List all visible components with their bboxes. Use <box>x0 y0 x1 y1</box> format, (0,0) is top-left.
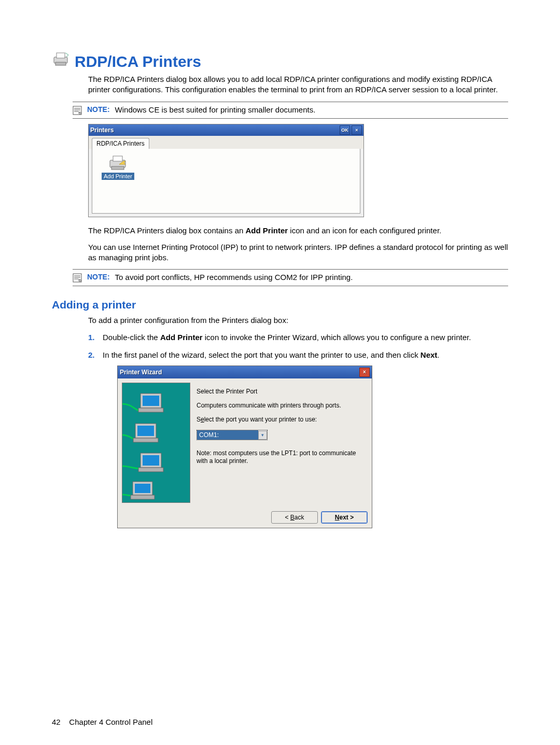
section-heading: RDP/ICA Printers <box>52 52 508 71</box>
ok-button[interactable]: OK <box>340 125 350 135</box>
svg-rect-3 <box>73 106 81 115</box>
printers-dialog: Printers OK × RDP/ICA Printers Add Pr <box>88 124 364 217</box>
svg-rect-15 <box>137 426 154 436</box>
wizard-heading: Select the Printer Port <box>197 388 363 396</box>
subheading-intro: To add a printer configuration from the … <box>88 315 508 326</box>
close-button[interactable]: × <box>352 125 362 135</box>
svg-rect-16 <box>133 438 158 442</box>
printer-wizard-icon <box>108 155 129 172</box>
port-select-value: COM1: <box>197 430 258 440</box>
chapter-label: Chapter 4 Control Panel <box>69 718 152 726</box>
subheading-adding-a-printer: Adding a printer <box>52 299 508 311</box>
printers-dialog-title: Printers <box>90 126 114 134</box>
back-button[interactable]: < Back <box>271 511 318 524</box>
printer-icon <box>52 52 71 71</box>
chevron-down-icon[interactable]: ▾ <box>258 431 267 440</box>
port-select[interactable]: COM1: ▾ <box>197 430 268 440</box>
wizard-sidebar-image <box>122 383 190 503</box>
add-printer-item[interactable]: Add Printer <box>102 155 134 180</box>
svg-rect-7 <box>111 166 124 170</box>
note-text: To avoid port conflicts, HP recommends u… <box>115 273 353 282</box>
close-button[interactable]: × <box>359 368 370 377</box>
svg-rect-8 <box>73 274 81 282</box>
tab-rdp-ica-printers[interactable]: RDP/ICA Printers <box>92 138 149 149</box>
next-button[interactable]: Next > <box>321 511 368 524</box>
steps-list: Double-click the Add Printer icon to inv… <box>88 332 508 529</box>
page-number: 42 <box>52 718 61 726</box>
svg-rect-22 <box>131 495 155 499</box>
note-2: NOTE: To avoid port conflicts, HP recomm… <box>73 269 508 286</box>
wizard-note: Note: most computers use the LPT1: port … <box>197 449 363 465</box>
printer-wizard-dialog: Printer Wizard × <box>117 366 372 528</box>
paragraph-add-printer-desc: The RDP/ICA Printers dialog box contains… <box>88 226 508 236</box>
page-footer: 42 Chapter 4 Control Panel <box>52 718 152 726</box>
svg-rect-6 <box>113 156 122 161</box>
note-icon <box>73 273 82 283</box>
note-text: Windows CE is best suited for printing s… <box>115 105 316 114</box>
svg-rect-12 <box>143 396 159 406</box>
intro-paragraph: The RDP/ICA Printers dialog box allows y… <box>88 74 508 95</box>
svg-rect-18 <box>143 455 159 466</box>
note-1: NOTE: Windows CE is best suited for prin… <box>73 102 508 119</box>
step-2: In the first panel of the wizard, select… <box>103 350 508 528</box>
paragraph-ipp: You can use Internet Printing Protocol (… <box>88 242 508 263</box>
svg-rect-13 <box>138 408 163 412</box>
svg-rect-21 <box>135 484 150 493</box>
wizard-select-label: Select the port you want your printer to… <box>197 416 363 424</box>
note-icon <box>73 106 82 115</box>
svg-rect-19 <box>138 468 163 472</box>
add-printer-label: Add Printer <box>102 173 134 180</box>
note-label: NOTE: <box>87 105 110 114</box>
note-label: NOTE: <box>87 273 110 281</box>
wizard-desc-1: Computers communicate with printers thro… <box>197 402 363 410</box>
printer-wizard-title: Printer Wizard <box>120 368 162 376</box>
svg-rect-2 <box>55 62 66 65</box>
section-heading-text: RDP/ICA Printers <box>75 53 201 71</box>
step-1: Double-click the Add Printer icon to inv… <box>103 332 508 343</box>
svg-rect-1 <box>57 53 65 58</box>
